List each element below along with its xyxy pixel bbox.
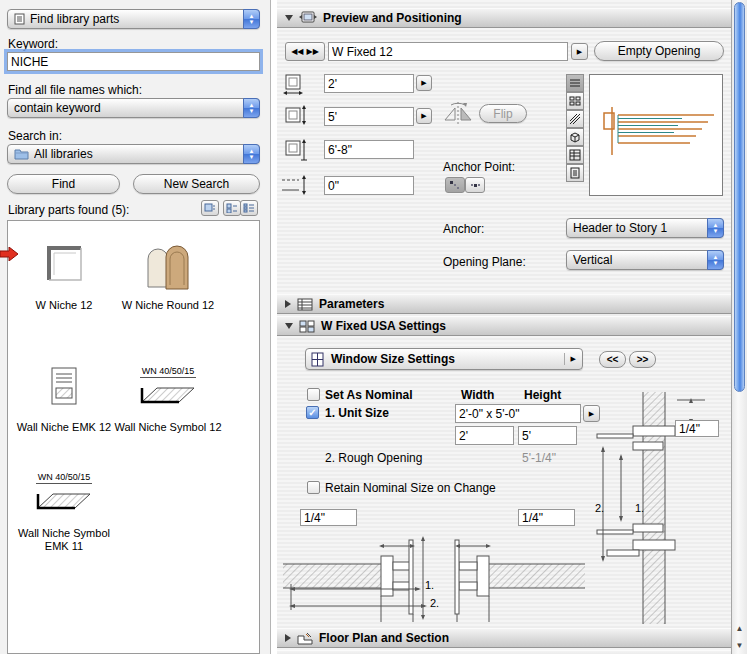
anchor-center-icon	[469, 180, 481, 190]
anchor-label: Anchor:	[443, 222, 484, 236]
library-settings-dialog: Find library parts ▲▼ Keyword: Find all …	[0, 0, 747, 654]
preview-section-view-button[interactable]	[566, 110, 584, 128]
tolerance-top-field[interactable]	[675, 420, 719, 437]
height-flyout-button[interactable]: ▶	[416, 108, 432, 124]
sill-height-icon	[281, 174, 309, 196]
listing-view-icon	[569, 149, 581, 161]
search-in-value: All libraries	[34, 147, 239, 161]
next-page-button[interactable]: >>	[629, 351, 656, 368]
sill-height-field[interactable]	[324, 176, 414, 195]
section-title: Preview and Positioning	[323, 11, 462, 25]
preview-notes-view-button[interactable]	[566, 164, 584, 182]
unit-width-field[interactable]	[455, 426, 514, 445]
part-name-field[interactable]	[328, 42, 568, 61]
unit-size-label: 1. Unit Size	[325, 406, 389, 420]
scroll-up-button[interactable]: ▲	[732, 620, 747, 636]
part-name: Wall Niche EMK 12	[14, 421, 114, 434]
preview-positioning-content: ◀◀ ▶▶ ▶ Empty Opening ▶ ▶	[277, 28, 731, 294]
unit-size-field[interactable]	[455, 404, 581, 423]
keyword-input[interactable]	[7, 52, 260, 71]
new-search-button[interactable]: New Search	[133, 174, 260, 194]
opening-width-field[interactable]	[324, 74, 414, 93]
w-niche-12-thumbnail-icon	[14, 233, 114, 295]
search-in-popup[interactable]: All libraries ▲▼	[7, 144, 260, 164]
width-dim-icon	[283, 72, 307, 96]
search-in-label: Search in:	[8, 129, 62, 143]
list-item[interactable]: Wall Niche EMK 12	[14, 355, 114, 434]
opening-height-field[interactable]	[324, 107, 414, 126]
tolerance-left-field[interactable]	[300, 509, 357, 526]
unit-size-checkbox[interactable]: ✓	[306, 406, 319, 419]
selection-arrow-icon	[0, 247, 18, 261]
wall-niche-symbol-emk-11-thumbnail-icon: WN 40/50/15	[14, 461, 114, 523]
section-title: W Fixed USA Settings	[321, 319, 446, 333]
retain-nominal-checkbox[interactable]	[307, 481, 320, 494]
width-column-header: Width	[461, 388, 494, 402]
part-flyout-button[interactable]: ▶	[571, 43, 588, 60]
view-large-icons-button[interactable]	[201, 200, 219, 216]
wall-niche-emk-12-thumbnail-icon	[14, 355, 114, 417]
preview-positioning-icon	[299, 11, 317, 25]
disclosure-open-icon	[285, 323, 293, 329]
set-as-nominal-checkbox[interactable]	[307, 388, 320, 401]
list-item[interactable]: W Niche 12	[14, 233, 114, 312]
popup-stepper-icon: ▲▼	[243, 98, 260, 118]
anchor-point-corner-button[interactable]	[445, 177, 465, 193]
popup-stepper-icon: ▲▼	[243, 144, 260, 164]
parameters-header[interactable]: Parameters	[277, 294, 731, 314]
view-list-button[interactable]	[240, 200, 258, 216]
floor-plan-section-header[interactable]: Floor Plan and Section	[277, 628, 731, 648]
view-small-icons-button[interactable]	[223, 200, 241, 216]
preview-floorplan-view-button[interactable]	[566, 92, 584, 110]
preview-listing-view-button[interactable]	[566, 146, 584, 164]
part-name: Wall Niche Symbol EMK 11	[14, 527, 114, 553]
part-name: W Niche Round 12	[114, 299, 222, 312]
anchor-point-label: Anchor Point:	[443, 160, 515, 174]
window-size-settings-button[interactable]: Window Size Settings ▶	[305, 348, 583, 370]
filenames-popup[interactable]: contain keyword ▲▼	[7, 98, 260, 118]
large-icon-view-icon	[204, 203, 216, 213]
next-part-icon: ▶▶	[307, 47, 319, 56]
list-view-icon	[243, 203, 255, 213]
usa-settings-header[interactable]: W Fixed USA Settings	[277, 316, 731, 336]
list-item[interactable]: W Niche Round 12	[114, 233, 222, 312]
scrollbar-thumb[interactable]	[734, 2, 745, 392]
preview-elevation-view-button[interactable]	[566, 74, 584, 92]
find-library-parts-panel: Find library parts ▲▼ Keyword: Find all …	[0, 0, 271, 654]
preview-positioning-header[interactable]: Preview and Positioning	[277, 8, 731, 28]
preview-3d-view-button[interactable]	[566, 128, 584, 146]
empty-opening-button[interactable]: Empty Opening	[594, 41, 724, 61]
list-item[interactable]: WN 40/50/15 Wall Niche Symbol EMK 11	[14, 461, 114, 553]
rough-opening-height-value: 5'-1/4"	[522, 451, 556, 465]
opening-plane-popup[interactable]: Vertical ▲▼	[566, 250, 724, 270]
anchor-point-center-button[interactable]	[465, 177, 485, 193]
flyout-arrow-icon: ▶	[564, 353, 578, 365]
vertical-scrollbar[interactable]: ▲ ▼	[731, 0, 747, 654]
section-view-icon	[569, 113, 581, 125]
part-preview-image[interactable]	[589, 74, 723, 196]
flip-button[interactable]: Flip	[479, 104, 527, 123]
anchor-popup[interactable]: Header to Story 1 ▲▼	[566, 218, 724, 238]
find-mode-value: Find library parts	[30, 12, 239, 26]
symbol-text: WN 40/50/15	[36, 472, 93, 484]
unit-height-field[interactable]	[518, 426, 577, 445]
header-height-field[interactable]	[324, 140, 414, 159]
dim-label-2: 2.	[430, 597, 439, 609]
find-mode-popup[interactable]: Find library parts ▲▼	[7, 9, 260, 29]
previous-page-button[interactable]: <<	[599, 351, 626, 368]
library-parts-list[interactable]: W Niche 12 W Niche Round 12	[7, 220, 260, 654]
retain-nominal-label: Retain Nominal Size on Change	[325, 481, 496, 495]
next-section-header-partial[interactable]	[277, 650, 731, 654]
prev-part-icon: ◀◀	[291, 47, 303, 56]
disclosure-closed-icon	[285, 634, 291, 642]
anchor-value: Header to Story 1	[573, 221, 703, 235]
tolerance-middle-field[interactable]	[518, 509, 575, 526]
settings-panel: Preview and Positioning ◀◀ ▶▶ ▶ Empty Op…	[277, 0, 731, 654]
list-item[interactable]: WN 40/50/15 Wall Niche Symbol 12	[114, 355, 222, 434]
elevation-view-icon	[569, 77, 581, 89]
find-button[interactable]: Find	[7, 174, 120, 194]
scroll-down-button[interactable]: ▼	[732, 637, 747, 653]
filenames-value: contain keyword	[14, 101, 239, 115]
part-nav-button[interactable]: ◀◀ ▶▶	[285, 42, 325, 61]
width-flyout-button[interactable]: ▶	[416, 75, 432, 91]
